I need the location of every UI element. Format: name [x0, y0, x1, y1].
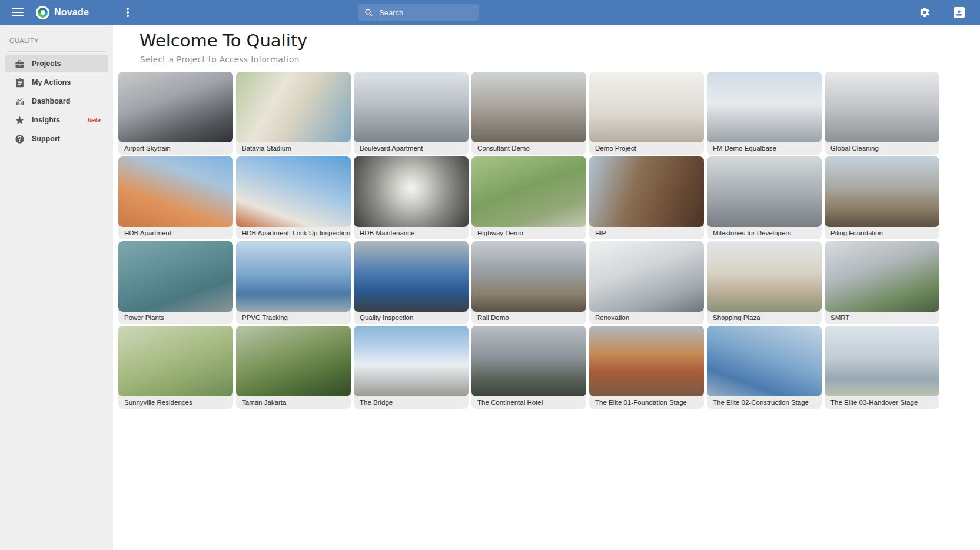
project-card[interactable]: PPVC Tracking	[236, 241, 351, 324]
sidebar-item-my-actions[interactable]: My Actions	[5, 74, 108, 91]
search-bar[interactable]	[358, 4, 479, 21]
project-card[interactable]: HIP	[589, 156, 704, 239]
project-thumbnail	[118, 156, 233, 227]
project-card-label: Power Plants	[118, 312, 233, 324]
project-card[interactable]: HDB Maintenance	[354, 156, 469, 239]
project-card[interactable]: Sunnyville Residences	[118, 326, 233, 409]
project-thumbnail	[707, 72, 822, 142]
project-thumbnail	[825, 156, 939, 227]
novade-logo	[36, 6, 49, 19]
project-grid: Airport Skytrain Batavia Stadium Bouleva…	[118, 72, 939, 409]
settings-gear-icon[interactable]	[919, 6, 931, 18]
sidebar-item-support[interactable]: Support	[5, 130, 108, 148]
project-card-label: The Bridge	[354, 396, 469, 409]
project-card[interactable]: Milestones for Developers	[707, 156, 822, 239]
project-card-label: HDB Apartment_Lock Up Inspection	[236, 227, 351, 239]
project-card[interactable]: Rail Demo	[471, 241, 586, 324]
project-thumbnail	[825, 241, 939, 312]
project-card[interactable]: Piling Foundation	[825, 156, 939, 239]
project-card[interactable]: Batavia Stadium	[236, 72, 351, 155]
project-card[interactable]: The Bridge	[354, 326, 469, 409]
beta-badge: beta	[87, 116, 101, 124]
sidebar: QUALITY Projects My Actions Dashboard In…	[0, 25, 113, 550]
project-card[interactable]: Power Plants	[118, 241, 233, 324]
sidebar-item-label: Insights	[32, 116, 60, 124]
project-card[interactable]: Renovation	[589, 241, 704, 324]
project-thumbnail	[236, 326, 351, 396]
project-card[interactable]: The Elite 02-Construction Stage	[707, 326, 822, 409]
project-card-label: HIP	[589, 227, 704, 239]
app-header: Novade	[0, 0, 980, 25]
project-thumbnail	[236, 72, 351, 142]
search-icon	[364, 8, 373, 17]
project-thumbnail	[707, 326, 822, 396]
more-options-icon[interactable]	[122, 0, 133, 25]
project-thumbnail	[236, 241, 351, 312]
project-card[interactable]: Consultant Demo	[471, 72, 586, 155]
project-card[interactable]: Shopping Plaza	[707, 241, 822, 324]
project-card-label: SMRT	[825, 312, 939, 324]
project-card-label: The Elite 03-Handover Stage	[825, 396, 939, 409]
project-card[interactable]: SMRT	[825, 241, 939, 324]
project-thumbnail	[118, 241, 233, 312]
project-card[interactable]: Demo Project	[589, 72, 704, 155]
project-card-label: Boulevard Apartment	[354, 142, 469, 155]
project-card[interactable]: Highway Demo	[471, 156, 586, 239]
project-card[interactable]: HDB Apartment	[118, 156, 233, 239]
project-thumbnail	[707, 241, 822, 312]
project-card-label: Global Cleaning	[825, 142, 939, 155]
project-card-label: Demo Project	[589, 142, 704, 155]
project-card[interactable]: The Elite 03-Handover Stage	[825, 326, 939, 409]
project-card-label: Taman Jakarta	[236, 396, 351, 409]
chart-icon	[14, 96, 25, 106]
star-icon	[14, 115, 25, 125]
project-card-label: Airport Skytrain	[118, 142, 233, 155]
clipboard-icon	[14, 77, 25, 88]
project-thumbnail	[118, 326, 233, 396]
briefcase-icon	[14, 58, 25, 69]
sidebar-item-dashboard[interactable]: Dashboard	[5, 92, 108, 110]
project-card-label: Sunnyville Residences	[118, 396, 233, 409]
project-card[interactable]: Quality Inspection	[354, 241, 469, 324]
sidebar-item-projects[interactable]: Projects	[5, 55, 108, 72]
project-card[interactable]: Taman Jakarta	[236, 326, 351, 409]
page-title: Welcome To Quality	[139, 31, 307, 51]
project-card-label: Shopping Plaza	[707, 312, 822, 324]
project-card-label: HDB Maintenance	[354, 227, 469, 239]
project-thumbnail	[471, 326, 586, 396]
project-thumbnail	[354, 72, 469, 142]
project-card-label: Renovation	[589, 312, 704, 324]
project-card-label: Milestones for Developers	[707, 227, 822, 239]
project-card[interactable]: HDB Apartment_Lock Up Inspection	[236, 156, 351, 239]
sidebar-item-label: Support	[32, 135, 60, 143]
project-thumbnail	[589, 156, 704, 227]
sidebar-item-label: My Actions	[32, 78, 71, 86]
project-card-label: Rail Demo	[471, 312, 586, 324]
account-icon[interactable]	[954, 7, 965, 18]
project-thumbnail	[825, 72, 939, 142]
sidebar-item-label: Dashboard	[32, 97, 70, 105]
project-card[interactable]: Boulevard Apartment	[354, 72, 469, 155]
project-card[interactable]: The Continental Hotel	[471, 326, 586, 409]
project-thumbnail	[707, 156, 822, 227]
project-card-label: Quality Inspection	[354, 312, 469, 324]
project-thumbnail	[354, 241, 469, 312]
project-thumbnail	[589, 241, 704, 312]
page-subtitle: Select a Project to Access Information	[140, 55, 300, 64]
sidebar-section-label: QUALITY	[9, 37, 113, 44]
hamburger-menu-icon[interactable]	[12, 8, 24, 16]
project-card[interactable]: Airport Skytrain	[118, 72, 233, 155]
search-input[interactable]	[379, 8, 483, 17]
project-card-label: Batavia Stadium	[236, 142, 351, 155]
project-card[interactable]: Global Cleaning	[825, 72, 939, 155]
account-person-glyph	[955, 8, 964, 17]
sidebar-item-insights[interactable]: Insights beta	[5, 111, 108, 129]
project-thumbnail	[471, 156, 586, 227]
app-name: Novade	[54, 7, 89, 18]
novade-logo-ring	[38, 8, 48, 18]
sidebar-divider	[8, 29, 105, 29]
project-card[interactable]: The Elite 01-Foundation Stage	[589, 326, 704, 409]
project-card-label: HDB Apartment	[118, 227, 233, 239]
project-card-label: The Elite 01-Foundation Stage	[589, 396, 704, 409]
project-card[interactable]: FM Demo Equalbase	[707, 72, 822, 155]
